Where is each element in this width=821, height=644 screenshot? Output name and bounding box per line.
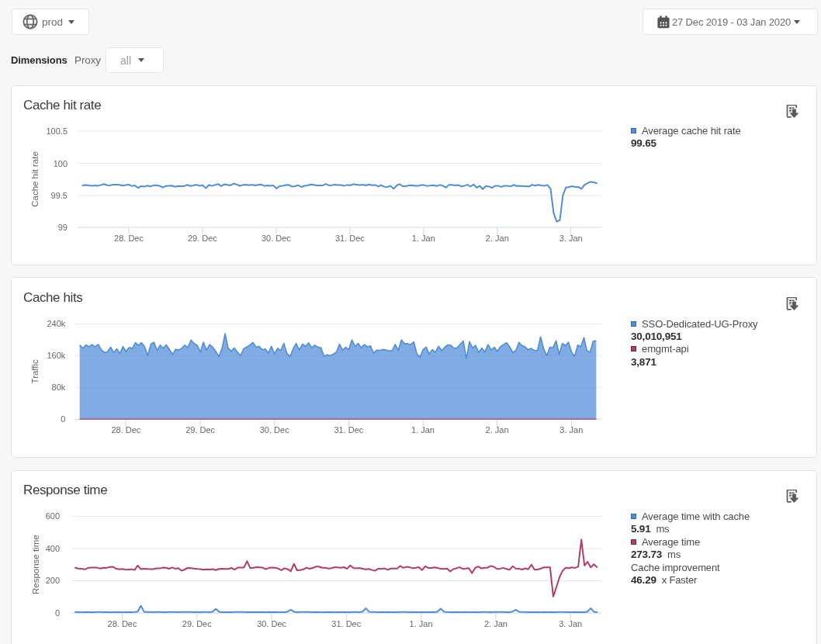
svg-text:3. Jan: 3. Jan [559, 233, 583, 242]
svg-text:30. Dec: 30. Dec [257, 619, 286, 628]
svg-text:240k: 240k [47, 319, 65, 328]
svg-text:100: 100 [54, 158, 68, 168]
svg-text:28. Dec: 28. Dec [108, 619, 137, 628]
svg-text:100.5: 100.5 [46, 126, 68, 136]
svg-text:400: 400 [46, 544, 60, 553]
svg-text:29. Dec: 29. Dec [182, 619, 212, 628]
svg-text:1. Jan: 1. Jan [410, 619, 433, 628]
svg-text:80k: 80k [52, 383, 66, 392]
svg-text:2. Jan: 2. Jan [486, 425, 509, 435]
svg-text:3. Jan: 3. Jan [559, 425, 583, 435]
svg-text:29. Dec: 29. Dec [188, 233, 217, 242]
svg-text:2. Jan: 2. Jan [484, 619, 507, 628]
svg-text:99.5: 99.5 [51, 191, 68, 200]
svg-text:3. Jan: 3. Jan [559, 619, 582, 628]
svg-text:31. Dec: 31. Dec [334, 425, 363, 435]
svg-text:Traffic: Traffic [30, 359, 40, 384]
svg-text:0: 0 [61, 414, 65, 424]
svg-text:200: 200 [46, 576, 60, 585]
svg-text:0: 0 [55, 608, 60, 618]
svg-text:30. Dec: 30. Dec [260, 425, 289, 435]
svg-text:600: 600 [46, 511, 60, 521]
svg-text:Cache hit rate: Cache hit rate [30, 151, 40, 207]
svg-text:1. Jan: 1. Jan [411, 425, 435, 435]
svg-text:Response time: Response time [31, 535, 40, 594]
svg-text:31. Dec: 31. Dec [335, 233, 365, 242]
svg-text:31. Dec: 31. Dec [331, 619, 361, 628]
svg-text:99: 99 [58, 223, 68, 232]
svg-text:160k: 160k [47, 351, 65, 360]
svg-text:1. Jan: 1. Jan [412, 233, 435, 242]
svg-text:30. Dec: 30. Dec [262, 233, 291, 242]
svg-text:28. Dec: 28. Dec [111, 425, 140, 435]
svg-text:29. Dec: 29. Dec [185, 425, 215, 435]
svg-text:28. Dec: 28. Dec [114, 233, 144, 242]
svg-text:2. Jan: 2. Jan [486, 233, 509, 242]
